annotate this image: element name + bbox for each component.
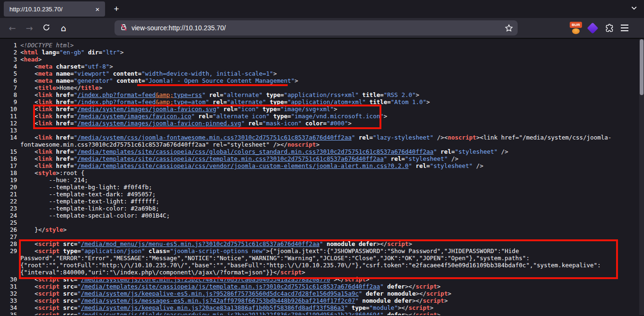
source-token: nomodule xyxy=(387,290,415,297)
source-token: script xyxy=(415,311,437,315)
source-token: defer xyxy=(366,290,384,297)
hamburger-menu-icon[interactable] xyxy=(621,25,628,31)
source-link[interactable]: /index.php?format=feed xyxy=(77,98,156,105)
purple-diamond-extension-icon[interactable] xyxy=(587,22,598,34)
source-token: < xyxy=(35,240,38,247)
source-token: rel= xyxy=(391,155,405,162)
source-link[interactable]: /media/system/images/favicon.ico xyxy=(77,113,191,120)
tab-close-icon[interactable]: × xyxy=(93,4,102,14)
source-token: < xyxy=(35,148,38,155)
source-token: "mask-icon" xyxy=(263,120,302,127)
source-code-text: <head> xyxy=(20,56,644,63)
url-bar[interactable]: view-source:http://10.10.235.70/ xyxy=(115,20,518,35)
line-number: 19 xyxy=(0,176,17,184)
source-token: script xyxy=(426,290,448,297)
source-token: " xyxy=(77,290,81,297)
source-token xyxy=(259,105,263,113)
source-link[interactable]: /media/system/js/keepalive.min.js?20ace8… xyxy=(81,304,344,311)
source-link[interactable]: /media/system/js/fields/passwordview.min… xyxy=(81,311,380,315)
scrollbar-track[interactable] xyxy=(639,39,644,315)
source-token xyxy=(437,148,441,155)
source-token: defer xyxy=(359,240,377,247)
source-token: " xyxy=(319,240,323,247)
reload-button[interactable] xyxy=(39,20,54,35)
source-code-text: }</style> xyxy=(20,226,644,233)
back-button[interactable]: ← xyxy=(5,20,20,35)
url-text[interactable]: view-source:http://10.10.235.70/ xyxy=(132,24,505,32)
source-token xyxy=(355,240,359,247)
source-line: 15 <link href="/media/templates/site/cas… xyxy=(0,148,644,155)
source-token: "viewport" xyxy=(74,70,109,77)
list-all-tabs-button[interactable] xyxy=(631,5,637,13)
source-link[interactable]: /media/templates/site/cassiopeia/css/glo… xyxy=(77,148,433,155)
source-token: name= xyxy=(56,77,74,84)
source-token: "image/svg+xml" xyxy=(280,105,334,113)
source-line: 13 xyxy=(0,127,644,134)
source-token: > xyxy=(408,240,412,247)
scrollbar-thumb[interactable] xyxy=(640,39,644,95)
source-link[interactable]: /media/system/js/messages-es5.min.js?42a… xyxy=(81,297,355,304)
extensions-puzzle-icon[interactable] xyxy=(605,24,614,33)
source-token: "application/json" xyxy=(81,247,145,255)
source-token: script xyxy=(38,304,60,311)
home-button[interactable]: ⌂ xyxy=(56,20,71,35)
source-link[interactable]: /index.php?format=feed xyxy=(77,91,156,98)
source-link[interactable]: /media/templates/site/cassiopeia/css/tem… xyxy=(77,155,383,162)
new-tab-button[interactable]: + xyxy=(110,2,123,16)
source-token: class= xyxy=(149,247,170,255)
bookmark-star-icon[interactable] xyxy=(505,24,513,32)
source-token: type= xyxy=(270,98,288,105)
source-token: meta xyxy=(38,63,53,70)
source-code-text: <meta name="viewport" content="width=dev… xyxy=(20,70,644,77)
source-link[interactable]: /media/system/images/joomla-favicon.svg xyxy=(77,105,216,113)
source-token: < xyxy=(35,311,38,315)
view-source-content: 1<!DOCTYPE html>2<html lang="en-gb" dir=… xyxy=(0,39,644,315)
source-token: "image/vnd.microsoft.icon" xyxy=(291,113,384,120)
source-token: < xyxy=(35,247,38,255)
source-token: "stylesheet" xyxy=(430,162,473,169)
source-token: content= xyxy=(116,77,145,84)
insecure-lock-icon[interactable] xyxy=(120,23,127,33)
source-code-text: <!DOCTYPE html> xyxy=(20,42,644,49)
line-number: 14 xyxy=(0,134,17,148)
source-token: rel= xyxy=(359,134,373,141)
source-token: title xyxy=(81,84,99,91)
source-token: href= xyxy=(56,120,74,127)
browser-tab[interactable]: http://10.10.235.70/ × xyxy=(4,1,105,17)
source-code-text: <link href="/media/templates/site/cassio… xyxy=(20,162,644,169)
source-token: "Joomla! - Open Source Content Managemen… xyxy=(145,77,294,84)
source-line: 6 <meta name="generator" content="Joomla… xyxy=(0,77,644,84)
source-token: "ltr" xyxy=(102,49,120,56)
source-link[interactable]: /media/system/js/keepalive-es5.min.js?95… xyxy=(81,290,359,297)
source-link[interactable]: /media/system/css/joomla-fontawesome.min… xyxy=(77,134,351,141)
source-link[interactable]: /media/templates/site/cassiopeia/css/ven… xyxy=(77,162,408,169)
source-link[interactable]: type=atom xyxy=(174,98,206,105)
forward-button[interactable]: → xyxy=(22,20,37,35)
source-token: --hue: 214; xyxy=(49,176,88,184)
source-token: > xyxy=(416,91,420,98)
source-token: > xyxy=(63,226,67,233)
source-token: "lazy-stylesheet" xyxy=(373,134,433,141)
source-lines: 1<!DOCTYPE html>2<html lang="en-gb" dir=… xyxy=(0,39,644,315)
source-token xyxy=(109,70,113,77)
source-link[interactable]: /media/templates/site/cassiopeia/js/temp… xyxy=(81,283,380,290)
source-token: " xyxy=(77,304,81,311)
line-number: 1 xyxy=(0,42,17,49)
source-line: 12 <link href="/media/system/images/joom… xyxy=(0,120,644,127)
source-token: > xyxy=(302,269,306,276)
source-token: " xyxy=(408,162,412,169)
source-link[interactable]: /media/system/js/core.min.js?23b2c7481f4… xyxy=(81,276,330,283)
line-number: 17 xyxy=(0,162,17,169)
source-link[interactable]: type=rss xyxy=(174,91,202,98)
source-token: style xyxy=(38,169,56,176)
line-number: 13 xyxy=(0,127,17,134)
source-link[interactable]: /media/mod_menu/js/menu-es5.min.js?3010c… xyxy=(81,240,319,247)
foxyproxy-burp-extension-icon[interactable]: BUR xyxy=(570,22,582,34)
source-token: title xyxy=(38,84,56,91)
source-line: 3<head> xyxy=(0,56,644,63)
source-line: 9 <link href="/index.php?format=feed&amp… xyxy=(0,98,644,105)
line-number: 25 xyxy=(0,219,17,226)
fox-icon xyxy=(572,28,580,34)
source-token: " xyxy=(77,297,81,304)
source-link[interactable]: /media/system/images/joomla-favicon-pinn… xyxy=(77,120,241,127)
